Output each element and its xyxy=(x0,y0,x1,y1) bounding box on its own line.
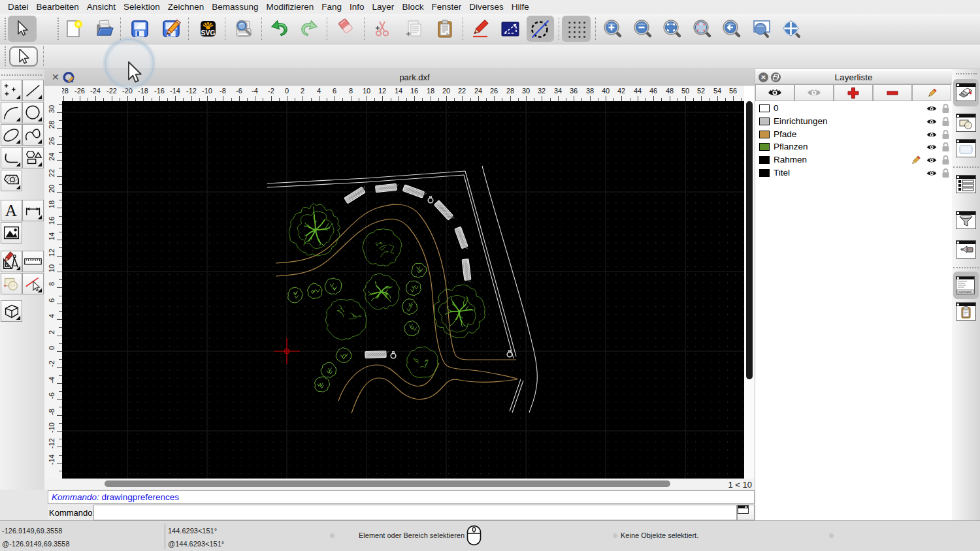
svg-text:A: A xyxy=(5,201,18,219)
svg-text:command: command xyxy=(958,291,972,294)
svg-text:SVG: SVG xyxy=(201,29,215,37)
